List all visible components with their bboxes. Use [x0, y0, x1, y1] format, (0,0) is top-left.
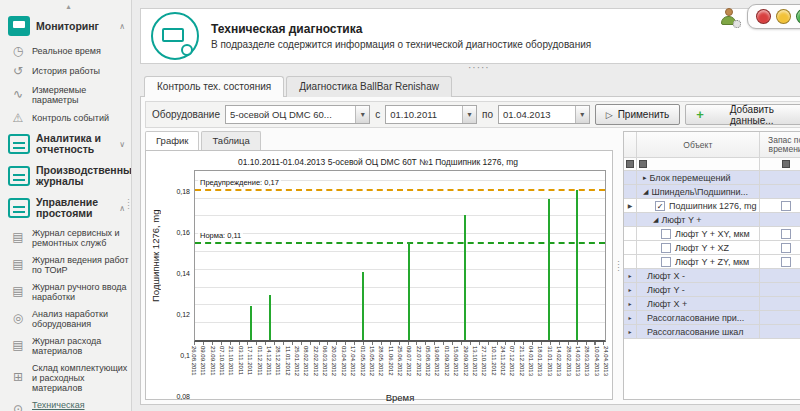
table-row-люфт-x[interactable]: ▸Люфт X + [624, 297, 800, 311]
sidebar-item-журнал-ведения-работ-по-тоир[interactable]: ▤Журнал ведения работ по ТОиР [6, 251, 131, 278]
table-row-люфт-y[interactable]: ▸Люфт Y - [624, 283, 800, 297]
filter-box-icon[interactable] [782, 160, 790, 168]
y-tick-label: 0,16 [176, 229, 190, 236]
sidebar-item-склад-комплектующих-и-расходных-материалов[interactable]: ⊞Склад комплектующих и расходных материа… [6, 359, 131, 396]
x-tick-label: 24.11.2012 [500, 346, 506, 376]
x-tick-label: 22.02.2012 [313, 346, 319, 376]
expander-icon[interactable]: ▸ [643, 174, 647, 182]
sidebar-item-техническая-диагностика[interactable]: ⊙Техническая диагностика [6, 396, 131, 411]
expander-icon[interactable]: ◢ [643, 188, 648, 196]
object-checkbox[interactable] [661, 243, 671, 253]
reserve-checkbox[interactable] [781, 243, 791, 253]
expander-icon[interactable]: ▸ [624, 325, 637, 338]
expander-icon[interactable]: ▸ [624, 269, 637, 282]
x-tick-label: 11.01.2012 [285, 346, 291, 376]
column-header-reserve[interactable]: Запас по времени [760, 132, 800, 157]
equipment-select[interactable]: 5-осевой ОЦ DMC 60... ▾ [225, 105, 370, 124]
journal-icon: ▤ [10, 258, 26, 271]
table-row-люфт-y-xy-мкм[interactable]: Люфт Y + XY, мкм [624, 227, 800, 241]
vertical-splitter[interactable]: ···· [613, 131, 623, 400]
table-row-блок-перемещений[interactable]: ▸Блок перемещений [624, 171, 800, 185]
object-label: Люфт X + [647, 299, 687, 309]
chart-tab-таблица[interactable]: Таблица [201, 131, 260, 150]
sidebar-group-journals[interactable]: Производственные журналы∨ [6, 160, 131, 192]
table-row-люфт-y-xz[interactable]: Люфт Y + XZ [624, 241, 800, 255]
x-tick-label: 21.10.2011 [228, 346, 234, 376]
sidebar-item-журнал-сервисных-и-ремонтных-служб[interactable]: ▤Журнал сервисных и ремонтных служб [6, 224, 131, 251]
sidebar-item-label: История работы [32, 66, 100, 76]
sidebar-item-контроль-событий[interactable]: ⚠Контроль событий [6, 108, 131, 128]
chart-card: 01.10.2011-01.04.2013 5-осевой ОЦ DMC 60… [145, 150, 613, 400]
x-tick-label: 15.09.2012 [453, 346, 459, 376]
sidebar-item-журнал-расхода-материалов[interactable]: ▤Журнал расхода материалов [6, 332, 131, 359]
sidebar-item-реальное-время[interactable]: ◷Реальное время [6, 41, 131, 61]
waveform-icon: ∿ [10, 88, 26, 101]
x-tick-label: 20.03.2012 [331, 346, 337, 376]
user-settings-icon[interactable] [719, 7, 739, 27]
expander-icon[interactable]: ◢ [653, 216, 658, 224]
table-row-подшипник-1276-mg[interactable]: ▶✓Подшипник 1276, mg [624, 199, 800, 213]
x-tick-label: 07.12.2012 [509, 346, 515, 376]
table-row-шпиндель-подшипни[interactable]: ◢Шпиндель\Подшипни... [624, 185, 800, 199]
object-checkbox[interactable]: ✓ [655, 201, 665, 211]
x-tick-label: 08.02.2012 [303, 346, 309, 376]
sidebar-item-label: Контроль событий [32, 113, 109, 123]
filter-box-icon[interactable] [639, 160, 647, 168]
table-row-люфт-y-zy-мкм[interactable]: Люфт Y + ZY, мкм [624, 255, 800, 269]
expander-icon[interactable]: ▸ [624, 297, 637, 310]
reserve-checkbox[interactable] [781, 201, 791, 211]
date-to-picker[interactable]: 01.04.2013 ▾ [498, 105, 590, 124]
sidebar-group-title: Производственные журналы [36, 165, 132, 187]
monitoring-icon [8, 16, 30, 36]
object-label: Рассогласование шкал [647, 327, 744, 337]
object-checkbox[interactable] [661, 257, 671, 267]
sidebar-item-измеряемые-параметры[interactable]: ∿Измеряемые параметры [6, 81, 131, 108]
sidebar-item-журнал-ручного-ввода-наработки[interactable]: ▤Журнал ручного ввода наработки [6, 278, 131, 305]
column-header-object[interactable]: Объект [637, 132, 760, 157]
x-tick-label: 07.10.2011 [219, 346, 225, 376]
sidebar-scroll-up-icon[interactable]: ▴ [6, 2, 131, 11]
object-checkbox[interactable] [661, 229, 671, 239]
sidebar-item-история-работы[interactable]: ↺История работы [6, 61, 131, 81]
chevron-down-icon[interactable]: ▾ [575, 106, 589, 123]
x-tick-label: 28.05.2012 [378, 346, 384, 376]
reserve-checkbox[interactable] [781, 257, 791, 267]
chart-tab-график[interactable]: График [145, 131, 199, 150]
gridline [195, 198, 605, 199]
data-bar [250, 306, 252, 340]
plus-icon: + [696, 110, 704, 120]
workspace: ГрафикТаблица 01.10.2011-01.04.2013 5-ос… [145, 131, 800, 400]
table-row-люфт-y[interactable]: ◢Люфт Y + [624, 213, 800, 227]
table-row-рассогласование-шкал[interactable]: ▸Рассогласование шкал [624, 325, 800, 339]
x-tick-label: 28.02.2013 [566, 346, 572, 376]
tab-диагностика-ballbar-renishaw[interactable]: Диагностика BallBar Renishaw [286, 76, 452, 97]
x-tick-label: 17.04.2012 [350, 346, 356, 376]
chart-panel: ГрафикТаблица 01.10.2011-01.04.2013 5-ос… [145, 131, 613, 400]
chevron-down-icon[interactable]: ▾ [355, 106, 369, 123]
table-row-рассогласование-при[interactable]: ▸Рассогласование при... [624, 311, 800, 325]
threshold-label-warning: Предупреждение: 0,17 [198, 178, 281, 187]
journal-icon: ▤ [10, 339, 26, 352]
sidebar-group-downtime[interactable]: Управление простоями∧ [6, 192, 131, 224]
sidebar-group-analytics[interactable]: Аналитика и отчетность∨ [6, 128, 131, 160]
sidebar-item-анализ-наработки-оборудования[interactable]: ◎Анализ наработки оборудования [6, 305, 131, 332]
object-label: Люфт Y + [661, 215, 701, 225]
tab-контроль-тех-состояния[interactable]: Контроль тех. состояния [144, 76, 284, 97]
threshold-line-norm [195, 242, 605, 244]
reserve-checkbox[interactable] [781, 229, 791, 239]
sidebar-resize-grip[interactable]: ···· [126, 198, 131, 210]
expander-icon[interactable]: ▸ [624, 283, 637, 296]
add-data-button[interactable]: + Добавить данные... [685, 104, 800, 125]
sidebar-item-label: Реальное время [32, 46, 101, 56]
chevron-down-icon[interactable]: ▾ [462, 106, 476, 123]
date-from-picker[interactable]: 01.10.2011 ▾ [385, 105, 477, 124]
horizontal-splitter[interactable]: ····· [140, 64, 800, 74]
technical-diagnostics-icon [151, 12, 199, 60]
expander-icon[interactable]: ▸ [624, 311, 637, 324]
y-tick-label: 0,12 [176, 311, 190, 318]
apply-button[interactable]: ▷ Применить [595, 104, 681, 125]
filter-box-icon[interactable] [626, 160, 634, 168]
table-row-люфт-x[interactable]: ▸Люфт X - [624, 269, 800, 283]
sidebar-group-monitoring[interactable]: Мониторинг∧ [6, 11, 131, 41]
magnifier-icon [181, 44, 193, 56]
